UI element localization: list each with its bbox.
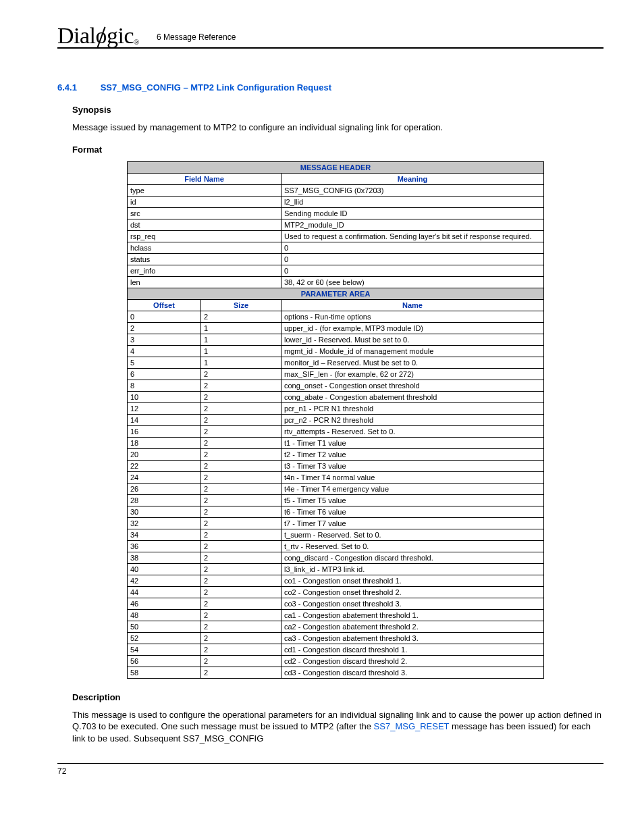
table-row: status0 bbox=[128, 253, 544, 265]
table-row: 82cong_onset - Congestion onset threshol… bbox=[128, 380, 544, 391]
size-cell: 2 bbox=[201, 644, 281, 655]
offset-cell: 54 bbox=[128, 644, 201, 655]
size-cell: 2 bbox=[201, 437, 281, 448]
field-cell: err_info bbox=[128, 265, 281, 276]
synopsis-text: Message issued by management to MTP2 to … bbox=[57, 122, 603, 134]
size-cell: 2 bbox=[201, 471, 281, 483]
table-row: 222t3 - Timer T3 value bbox=[128, 460, 544, 471]
table-row: 31lower_id - Reserved. Must be set to 0. bbox=[128, 334, 544, 345]
name-cell: mgmt_id - Module_id of management module bbox=[281, 345, 544, 357]
table-row: 202t2 - Timer T2 value bbox=[128, 448, 544, 460]
offset-cell: 38 bbox=[128, 552, 201, 563]
field-name-header: Field Name bbox=[128, 173, 281, 184]
offset-cell: 20 bbox=[128, 448, 201, 460]
logo: Dialogic® bbox=[57, 23, 139, 49]
table-row: 462co3 - Congestion onset threshold 3. bbox=[128, 598, 544, 609]
size-cell: 2 bbox=[201, 506, 281, 517]
name-cell: cong_onset - Congestion onset threshold bbox=[281, 380, 544, 391]
name-cell: lower_id - Reserved. Must be set to 0. bbox=[281, 334, 544, 345]
table-row: err_info0 bbox=[128, 265, 544, 276]
field-cell: type bbox=[128, 184, 281, 196]
table-row: 442co2 - Congestion onset threshold 2. bbox=[128, 586, 544, 598]
name-cell: ca1 - Congestion abatement threshold 1. bbox=[281, 609, 544, 621]
offset-header: Offset bbox=[128, 299, 201, 311]
size-cell: 1 bbox=[201, 334, 281, 345]
name-cell: upper_id - (for example, MTP3 module ID) bbox=[281, 322, 544, 334]
table-row: 302t6 - Timer T6 value bbox=[128, 506, 544, 517]
size-cell: 2 bbox=[201, 311, 281, 322]
field-cell: hclass bbox=[128, 242, 281, 253]
size-cell: 2 bbox=[201, 402, 281, 414]
table-row: 542cd1 - Congestion discard threshold 1. bbox=[128, 644, 544, 655]
table-row: srcSending module ID bbox=[128, 207, 544, 219]
offset-cell: 12 bbox=[128, 402, 201, 414]
meaning-cell: 0 bbox=[281, 242, 544, 253]
offset-cell: 42 bbox=[128, 575, 201, 586]
size-cell: 2 bbox=[201, 667, 281, 678]
offset-cell: 40 bbox=[128, 563, 201, 575]
offset-cell: 4 bbox=[128, 345, 201, 357]
field-cell: len bbox=[128, 276, 281, 288]
size-header: Size bbox=[201, 299, 281, 311]
offset-cell: 30 bbox=[128, 506, 201, 517]
table-row: hclass0 bbox=[128, 242, 544, 253]
table-row: 182t1 - Timer T1 value bbox=[128, 437, 544, 448]
name-cell: cong_abate - Congestion abatement thresh… bbox=[281, 391, 544, 402]
offset-cell: 28 bbox=[128, 494, 201, 506]
size-cell: 2 bbox=[201, 414, 281, 425]
table-row: 362t_rtv - Reserved. Set to 0. bbox=[128, 540, 544, 552]
name-cell: cd1 - Congestion discard threshold 1. bbox=[281, 644, 544, 655]
parameter-area-section: PARAMETER AREA bbox=[128, 288, 544, 299]
name-cell: t3 - Timer T3 value bbox=[281, 460, 544, 471]
offset-cell: 56 bbox=[128, 655, 201, 667]
size-cell: 1 bbox=[201, 345, 281, 357]
offset-cell: 50 bbox=[128, 621, 201, 632]
offset-cell: 48 bbox=[128, 609, 201, 621]
size-cell: 2 bbox=[201, 448, 281, 460]
size-cell: 2 bbox=[201, 368, 281, 380]
name-cell: l3_link_id - MTP3 link id. bbox=[281, 563, 544, 575]
section-number: 6.4.1 bbox=[57, 82, 98, 93]
ss7-msg-reset-link[interactable]: SS7_MSG_RESET bbox=[374, 721, 450, 731]
offset-cell: 44 bbox=[128, 586, 201, 598]
offset-cell: 8 bbox=[128, 380, 201, 391]
size-cell: 1 bbox=[201, 357, 281, 368]
table-row: 102cong_abate - Congestion abatement thr… bbox=[128, 391, 544, 402]
offset-cell: 2 bbox=[128, 322, 201, 334]
name-cell: t4e - Timer T4 emergency value bbox=[281, 483, 544, 494]
table-row: idl2_llid bbox=[128, 196, 544, 207]
meaning-cell: 0 bbox=[281, 253, 544, 265]
meaning-cell: MTP2_module_ID bbox=[281, 219, 544, 230]
name-cell: co3 - Congestion onset threshold 3. bbox=[281, 598, 544, 609]
table-row: 122pcr_n1 - PCR N1 threshold bbox=[128, 402, 544, 414]
name-cell: t2 - Timer T2 value bbox=[281, 448, 544, 460]
table-row: 522ca3 - Congestion abatement threshold … bbox=[128, 632, 544, 644]
offset-cell: 0 bbox=[128, 311, 201, 322]
name-cell: t_rtv - Reserved. Set to 0. bbox=[281, 540, 544, 552]
name-cell: ca2 - Congestion abatement threshold 2. bbox=[281, 621, 544, 632]
offset-cell: 36 bbox=[128, 540, 201, 552]
offset-cell: 46 bbox=[128, 598, 201, 609]
table-row: rsp_reqUsed to request a confirmation. S… bbox=[128, 230, 544, 242]
table-row: 482ca1 - Congestion abatement threshold … bbox=[128, 609, 544, 621]
offset-cell: 10 bbox=[128, 391, 201, 402]
table-row: 51monitor_id – Reserved. Must be set to … bbox=[128, 357, 544, 368]
offset-cell: 16 bbox=[128, 425, 201, 437]
meaning-cell: Sending module ID bbox=[281, 207, 544, 219]
size-cell: 2 bbox=[201, 540, 281, 552]
size-cell: 2 bbox=[201, 494, 281, 506]
page-header: Dialogic® 6 Message Reference bbox=[57, 20, 603, 49]
size-cell: 2 bbox=[201, 391, 281, 402]
offset-cell: 52 bbox=[128, 632, 201, 644]
name-cell: t4n - Timer T4 normal value bbox=[281, 471, 544, 483]
table-row: 282t5 - Timer T5 value bbox=[128, 494, 544, 506]
table-row: 502ca2 - Congestion abatement threshold … bbox=[128, 621, 544, 632]
format-heading: Format bbox=[57, 145, 603, 155]
table-row: 02options - Run-time options bbox=[128, 311, 544, 322]
table-row: 322t7 - Timer T7 value bbox=[128, 517, 544, 529]
size-cell: 2 bbox=[201, 380, 281, 391]
meaning-cell: 0 bbox=[281, 265, 544, 276]
description-text: This message is used to configure the op… bbox=[57, 709, 603, 745]
name-cell: pcr_n1 - PCR N1 threshold bbox=[281, 402, 544, 414]
size-cell: 2 bbox=[201, 632, 281, 644]
